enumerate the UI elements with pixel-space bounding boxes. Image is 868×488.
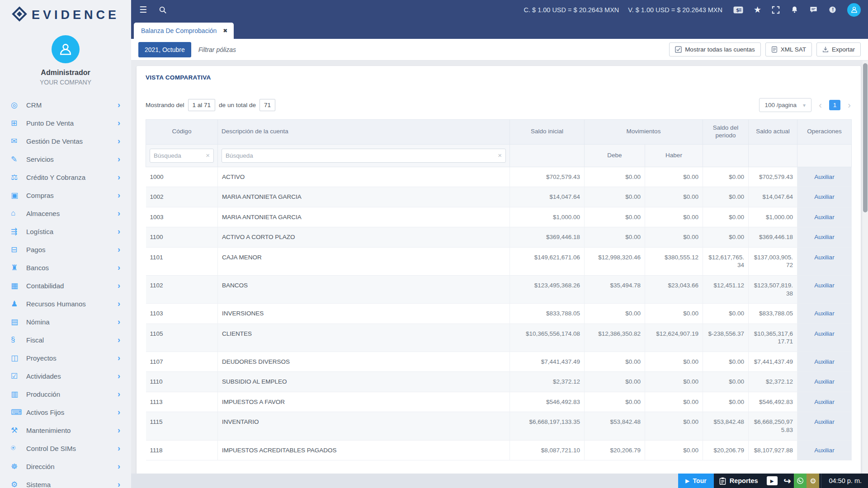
saldo-periodo-value: $0.00 bbox=[703, 207, 749, 227]
footer-right: ▶ Tour Reportes ▶ ↪ ⚙ 04:50 p. m. bbox=[678, 474, 868, 488]
chat-icon[interactable] bbox=[809, 5, 818, 14]
saldo-actual-value: $10,365,317,617.71 bbox=[749, 324, 797, 352]
main-content: VISTA COMPARATIVA Mostrando del 1 al 71 … bbox=[131, 61, 868, 474]
saldo-inicial-value: $10,365,556,174.08 bbox=[510, 324, 585, 352]
sidebar-item-almacenes[interactable]: ⌂ Almacenes › bbox=[0, 204, 131, 222]
prev-page-button[interactable]: ‹ bbox=[818, 100, 823, 110]
sidebar-item-nomina[interactable]: ▤ Nómina › bbox=[0, 313, 131, 331]
clear-search-icon[interactable]: × bbox=[495, 151, 502, 160]
hamburger-menu-icon[interactable]: ☰ bbox=[139, 5, 147, 15]
haber-value: $0.00 bbox=[645, 440, 703, 460]
profile-avatar[interactable] bbox=[847, 3, 861, 17]
auxiliar-link[interactable]: Auxiliar bbox=[814, 254, 834, 261]
punto-de-venta-icon: ⊞ bbox=[11, 118, 26, 128]
scrollbar-thumb[interactable] bbox=[863, 63, 868, 212]
tab-title: Balanza De Comprobación bbox=[141, 27, 217, 34]
auxiliar-link[interactable]: Auxiliar bbox=[814, 282, 834, 289]
sidebar-item-fiscal[interactable]: § Fiscal › bbox=[0, 331, 131, 349]
sidebar-item-proyectos[interactable]: ◫ Proyectos › bbox=[0, 349, 131, 367]
chevron-right-icon: › bbox=[118, 136, 120, 146]
auxiliar-link[interactable]: Auxiliar bbox=[814, 193, 834, 200]
user-avatar[interactable] bbox=[52, 35, 80, 63]
chevron-right-icon: › bbox=[118, 426, 120, 435]
svg-text:$: $ bbox=[736, 7, 740, 13]
trial-balance-table: Código Descripción de la cuenta Saldo in… bbox=[146, 119, 852, 460]
account-row: 1003 MARIA ANTONIETA GARCIA $1,000.00 $0… bbox=[146, 207, 852, 227]
auxiliar-link[interactable]: Auxiliar bbox=[814, 234, 834, 240]
reports-button[interactable]: Reportes bbox=[714, 474, 764, 488]
pagos-icon: ⊟ bbox=[11, 245, 26, 254]
notifications-bell-icon[interactable] bbox=[790, 5, 799, 14]
saldo-inicial-value: $14,047.64 bbox=[510, 187, 585, 207]
sidebar-item-produccion[interactable]: ▥ Producción › bbox=[0, 385, 131, 403]
buy-rate: C. $ 1.00 USD = $ 20.2643 MXN bbox=[524, 6, 619, 14]
export-button[interactable]: Exportar bbox=[816, 42, 861, 56]
debe-value: $0.00 bbox=[585, 187, 645, 207]
chevron-right-icon: › bbox=[118, 480, 120, 488]
sidebar-item-servicios[interactable]: ✎ Servicios › bbox=[0, 150, 131, 168]
auxiliar-link[interactable]: Auxiliar bbox=[814, 214, 834, 221]
mantenimiento-icon: ⚒ bbox=[11, 426, 26, 435]
sidebar-item-activos-fijos[interactable]: ⌨ Activos Fijos › bbox=[0, 403, 131, 421]
descripcion-search-input[interactable] bbox=[226, 152, 495, 159]
col-movimientos: Movimientos bbox=[585, 120, 703, 145]
chevron-right-icon: › bbox=[118, 281, 120, 291]
account-row: 1113 IMPUESTOS A FAVOR $546,492.83 $0.00… bbox=[146, 392, 852, 412]
whatsapp-button[interactable] bbox=[794, 474, 807, 488]
auxiliar-link[interactable]: Auxiliar bbox=[814, 399, 834, 405]
debe-value: $0.00 bbox=[585, 207, 645, 227]
sidebar-item-actividades[interactable]: ☑ Actividades › bbox=[0, 367, 131, 385]
sidebar-item-compras[interactable]: ▣ Compras › bbox=[0, 186, 131, 204]
next-page-button[interactable]: › bbox=[847, 100, 852, 110]
haber-value: $12,624,907.19 bbox=[645, 324, 703, 352]
saldo-actual-value: $833,788.05 bbox=[749, 304, 797, 324]
fullscreen-icon[interactable] bbox=[772, 6, 780, 14]
sidebar-item-recursos-humanos[interactable]: ♟ Recursos Humanos › bbox=[0, 295, 131, 313]
show-all-accounts-button[interactable]: Mostrar todas las cuentas bbox=[669, 42, 761, 56]
search-icon[interactable] bbox=[159, 6, 167, 14]
sidebar-item-crm[interactable]: ◎ CRM › bbox=[0, 96, 131, 114]
auxiliar-link[interactable]: Auxiliar bbox=[814, 310, 834, 317]
codigo-search-input[interactable] bbox=[154, 152, 203, 159]
saldo-periodo-value: $12,617,765.34 bbox=[703, 247, 749, 275]
per-page-select[interactable]: 100 /pagina ▾ bbox=[759, 98, 812, 112]
auxiliar-link[interactable]: Auxiliar bbox=[814, 330, 834, 337]
auxiliar-link[interactable]: Auxiliar bbox=[814, 447, 834, 454]
sidebar-item-pagos[interactable]: ⊟ Pagos › bbox=[0, 240, 131, 258]
sidebar-item-direccion[interactable]: ☸ Dirección › bbox=[0, 457, 131, 475]
sidebar-item-control-de-sims[interactable]: ⍟ Control De SIMs › bbox=[0, 439, 131, 457]
settings-gear-icon[interactable]: ⚙ bbox=[807, 474, 819, 488]
clear-search-icon[interactable]: × bbox=[203, 151, 210, 160]
auxiliar-link[interactable]: Auxiliar bbox=[814, 418, 834, 425]
xml-sat-button[interactable]: XML SAT bbox=[765, 42, 812, 56]
share-arrow-icon[interactable]: ↪ bbox=[781, 474, 794, 488]
sidebar-item-mantenimiento[interactable]: ⚒ Mantenimiento › bbox=[0, 421, 131, 439]
video-play-button[interactable]: ▶ bbox=[764, 474, 781, 488]
sidebar-item-sistema[interactable]: ⚙ Sistema › bbox=[0, 475, 131, 488]
recursos-humanos-icon: ♟ bbox=[11, 299, 26, 309]
haber-value: $23,043.66 bbox=[645, 276, 703, 304]
tab-close-icon[interactable]: ✖ bbox=[223, 28, 227, 34]
favorites-star-icon[interactable]: ★ bbox=[754, 5, 761, 15]
report-title: VISTA COMPARATIVA bbox=[146, 74, 852, 81]
sidebar-item-logistica[interactable]: ⇶ Logística › bbox=[0, 222, 131, 240]
app-logo[interactable]: EVIDENCE bbox=[0, 0, 131, 28]
system-alert-badge-icon[interactable]: ! bbox=[828, 5, 837, 14]
saldo-inicial-value: $149,621,671.06 bbox=[510, 247, 585, 275]
sidebar-item-contabilidad[interactable]: ▦ Contabilidad › bbox=[0, 277, 131, 295]
tab-balanza-de-comprobacion[interactable]: Balanza De Comprobación ✖ bbox=[134, 23, 234, 39]
filter-polizas-link[interactable]: Filtrar pólizas bbox=[198, 46, 236, 53]
current-page-button[interactable]: 1 bbox=[829, 100, 841, 110]
saldo-inicial-value: $8,087,721.10 bbox=[510, 440, 585, 460]
sidebar-item-punto-de-venta[interactable]: ⊞ Punto De Venta › bbox=[0, 114, 131, 132]
auxiliar-link[interactable]: Auxiliar bbox=[814, 174, 834, 180]
period-selector-button[interactable]: 2021, Octubre bbox=[138, 42, 191, 57]
auxiliar-link[interactable]: Auxiliar bbox=[814, 378, 834, 385]
sidebar-item-bancos[interactable]: ♜ Bancos › bbox=[0, 258, 131, 277]
sidebar-item-gestion-de-ventas[interactable]: ✉ Gestión De Ventas › bbox=[0, 132, 131, 150]
sidebar-item-credito-y-cobranza[interactable]: ⚖ Crédito Y Cobranza › bbox=[0, 168, 131, 186]
account-row: 1101 CAJA MENOR $149,621,671.06 $12,998,… bbox=[146, 247, 852, 275]
tour-button[interactable]: ▶ Tour bbox=[678, 474, 714, 488]
auxiliar-link[interactable]: Auxiliar bbox=[814, 358, 834, 365]
exchange-rate-icon[interactable]: $ bbox=[733, 6, 743, 14]
